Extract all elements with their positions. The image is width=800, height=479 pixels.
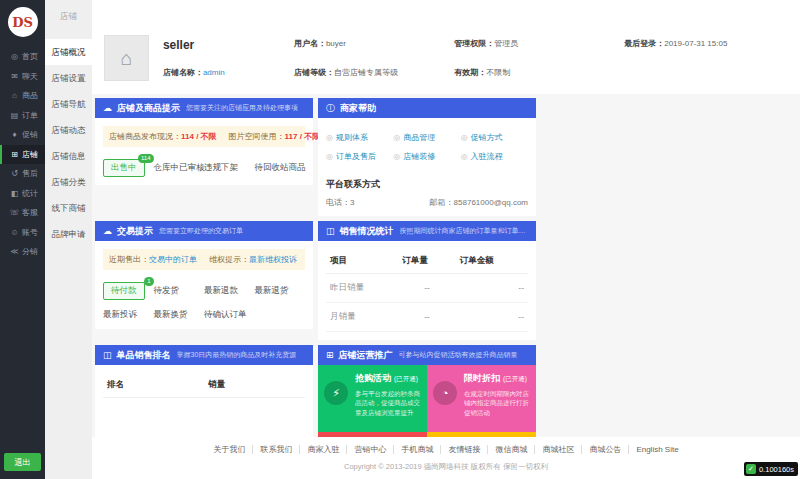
ds-logo: DS bbox=[8, 7, 38, 37]
grade-label: 店铺等级： bbox=[294, 68, 334, 77]
exec-time-badge: ✓ 0.100160s bbox=[744, 462, 798, 476]
promo-tile-time-discount[interactable]: ◔ 限时折扣(已开通) 在规定时间期限内对店铺内指定商品进行打折促销活动 bbox=[427, 365, 536, 432]
table-row: 昨日销量 -- -- bbox=[326, 274, 528, 303]
recycle-bin-link[interactable]: 待回收站商品 bbox=[255, 162, 306, 174]
phone-value: 3 bbox=[350, 198, 354, 207]
row-label: 昨日销量 bbox=[326, 274, 398, 303]
footer-link-notice[interactable]: 商城公告 bbox=[582, 445, 629, 454]
promo-tile-flash-sale[interactable]: ⚡ 抢购活动(已开通) 参与平台发起的秒杀商品活动，促使商品成交量及店铺浏览量提… bbox=[318, 365, 427, 432]
orders-icon: ▤ bbox=[9, 111, 20, 120]
tile-status: (已开通) bbox=[503, 375, 527, 382]
help-link-decoration[interactable]: ◎店铺装修 bbox=[393, 147, 460, 166]
footer-link-community[interactable]: 商城社区 bbox=[535, 445, 582, 454]
bullet-icon: ◎ bbox=[393, 133, 400, 142]
seller-center-app: DS ◎ 首页 ✉ 聊天 ⌂ 商品 ▤ 订单 ♦ 促销 ⊞ 店铺 ↺ 售后 ◧ … bbox=[0, 0, 800, 479]
goods-icon: ⌂ bbox=[9, 91, 20, 100]
latest-return-link[interactable]: 最新退货 bbox=[255, 285, 306, 297]
footer-link-english-site[interactable]: English Site bbox=[629, 445, 685, 454]
latest-complaint-link[interactable]: 最新投诉 bbox=[103, 309, 154, 321]
sidebar-item-store[interactable]: ⊞ 店铺 bbox=[0, 145, 45, 165]
bullet-icon: ◎ bbox=[326, 133, 333, 142]
item-rank-table: 排名 销量 bbox=[103, 373, 305, 398]
sidebar-item-label: 账号 bbox=[22, 227, 38, 238]
sidebar-item-home[interactable]: ◎ 首页 bbox=[0, 47, 45, 67]
sidebar-item-label: 店铺 bbox=[22, 149, 38, 160]
goods-tips-card: ☁ 店铺及商品提示 您需要关注的店铺应用及待处理事项 店铺商品发布现况：114 … bbox=[95, 98, 313, 185]
help-link-goods[interactable]: ◎商品管理 bbox=[393, 128, 460, 147]
tile-title: 限时折扣 bbox=[464, 373, 500, 383]
footer-link-about[interactable]: 关于我们 bbox=[206, 445, 253, 454]
sidebar-item-distribution[interactable]: ≪ 分销 bbox=[0, 242, 45, 262]
sidebar-item-label: 聊天 bbox=[22, 71, 38, 82]
profile-panel: ⌂ seller 店铺名称：admin 用户名：buyer 店铺等级：自营店铺专… bbox=[92, 0, 800, 94]
house-icon: ⌂ bbox=[120, 47, 132, 70]
perm-value: 管理员 bbox=[494, 39, 518, 48]
submenu-item-info[interactable]: 店铺信息 bbox=[45, 143, 92, 169]
sidebar-item-aftersale[interactable]: ↺ 售后 bbox=[0, 164, 45, 184]
latest-refund-link[interactable]: 最新退款 bbox=[204, 285, 255, 297]
sidebar-item-goods[interactable]: ⌂ 商品 bbox=[0, 86, 45, 106]
help-link-label: 入驻流程 bbox=[471, 152, 503, 161]
help-link-label: 订单及售后 bbox=[336, 152, 376, 161]
footer-link-merchant-join[interactable]: 商家入驻 bbox=[300, 445, 347, 454]
latest-exchange-link[interactable]: 最新换货 bbox=[154, 309, 205, 321]
rights-complaint-link[interactable]: 最新维权投诉 bbox=[249, 255, 297, 264]
chat-icon: ✉ bbox=[9, 72, 20, 81]
help-link-promotion[interactable]: ◎促销方式 bbox=[461, 128, 528, 147]
submenu-item-offline-store[interactable]: 线下商铺 bbox=[45, 195, 92, 221]
pending-payment-tag[interactable]: 待付款1 bbox=[103, 282, 145, 300]
sidebar-item-label: 客服 bbox=[22, 207, 38, 218]
store-name-link[interactable]: admin bbox=[203, 68, 225, 77]
help-link-order-aftersale[interactable]: ◎订单及售后 bbox=[326, 147, 393, 166]
bullet-icon: ◎ bbox=[393, 152, 400, 161]
card-subtitle: 可参与站内促销活动有效提升商品销量 bbox=[399, 350, 518, 360]
pending-ship-link[interactable]: 待发货 bbox=[154, 285, 205, 297]
trade-notice: 近期售出：交易中的订单 维权提示：最新维权投诉 bbox=[103, 249, 305, 270]
violation-offshelf-link[interactable]: 违规下架 bbox=[204, 162, 255, 174]
trading-orders-link[interactable]: 交易中的订单 bbox=[149, 255, 197, 264]
sidebar-item-promotion[interactable]: ♦ 促销 bbox=[0, 125, 45, 145]
footer-link-wechat-mall[interactable]: 微信商城 bbox=[488, 445, 535, 454]
chart-icon: ◫ bbox=[326, 226, 335, 236]
warehouse-approved-link[interactable]: 仓库中已审核 bbox=[154, 162, 205, 174]
sidebar-item-chat[interactable]: ✉ 聊天 bbox=[0, 67, 45, 87]
submenu-item-settings[interactable]: 店铺设置 bbox=[45, 65, 92, 91]
footer-link-contact[interactable]: 联系我们 bbox=[253, 445, 300, 454]
sidebar-item-stats[interactable]: ◧ 统计 bbox=[0, 184, 45, 204]
store-avatar: ⌂ bbox=[104, 35, 149, 81]
store-name-label: 店铺名称： bbox=[163, 68, 203, 77]
help-link-rules[interactable]: ◎规则体系 bbox=[326, 128, 393, 147]
bullet-icon: ◎ bbox=[461, 152, 468, 161]
quota-label: 店铺商品发布现况： bbox=[109, 132, 181, 141]
table-row: 月销量 -- -- bbox=[326, 303, 528, 332]
footer-link-friend-links[interactable]: 友情链接 bbox=[441, 445, 488, 454]
submenu-item-categories[interactable]: 店铺分类 bbox=[45, 169, 92, 195]
footer-link-mobile-mall[interactable]: 手机商城 bbox=[394, 445, 441, 454]
cloud-icon: ☁ bbox=[103, 103, 112, 113]
logout-button[interactable]: 退出 bbox=[4, 453, 41, 471]
col-header-order-count: 订单量 bbox=[398, 249, 456, 274]
help-link-join-flow[interactable]: ◎入驻流程 bbox=[461, 147, 528, 166]
col-header-order-amount: 订单金额 bbox=[456, 249, 528, 274]
pending-payment-label: 待付款 bbox=[111, 285, 137, 295]
info-icon: ⓘ bbox=[326, 102, 335, 115]
footer-link-marketing[interactable]: 营销中心 bbox=[347, 445, 394, 454]
card-subtitle: 您需要立即处理的交易订单 bbox=[159, 226, 243, 236]
card-title: 销售情况统计 bbox=[340, 225, 394, 238]
submenu-item-dynamics[interactable]: 店铺动态 bbox=[45, 117, 92, 143]
email-value: 858761000@qq.com bbox=[454, 198, 528, 207]
stats-icon: ◧ bbox=[9, 189, 20, 198]
sidebar-item-account[interactable]: ☺ 账号 bbox=[0, 223, 45, 243]
submenu-item-navigation[interactable]: 店铺导航 bbox=[45, 91, 92, 117]
help-link-label: 促销方式 bbox=[471, 133, 503, 142]
submenu-item-overview[interactable]: 店铺概况 bbox=[45, 39, 92, 65]
pending-confirm-link[interactable]: 待确认订单 bbox=[204, 309, 255, 321]
sidebar-item-service[interactable]: ☏ 客服 bbox=[0, 203, 45, 223]
quota-suffix: / 不限 bbox=[194, 132, 217, 141]
on-sale-tag[interactable]: 出售中114 bbox=[103, 159, 145, 177]
space-value: 117 bbox=[285, 132, 298, 141]
submenu-item-brand-apply[interactable]: 品牌申请 bbox=[45, 221, 92, 247]
card-subtitle: 按照期间统计商家店铺的订单量和订单金额 bbox=[400, 226, 528, 236]
sidebar-item-orders[interactable]: ▤ 订单 bbox=[0, 106, 45, 126]
card-title: 店铺运营推广 bbox=[339, 349, 393, 362]
